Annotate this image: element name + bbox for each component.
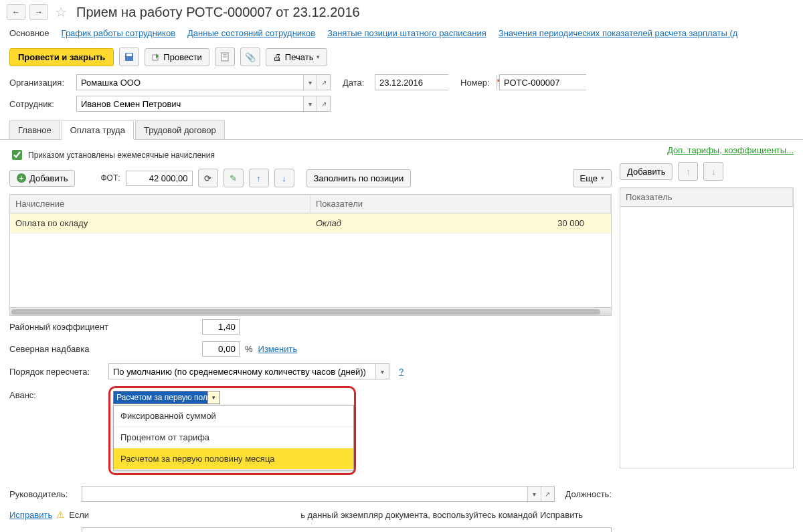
move-up-button[interactable]: ↑ [249,169,269,187]
tab-contract[interactable]: Трудовой договор [135,120,225,140]
warning-icon: ⚠ [56,509,65,520]
avans-option-percent[interactable]: Процентом от тарифа [114,427,353,448]
org-open-button[interactable]: ↗ [317,75,330,90]
grid-col-indicators[interactable]: Показатели [310,195,611,213]
report-button[interactable] [215,48,235,66]
manager-label: Руководитель: [9,489,76,499]
avans-selected: Расчетом за первую поло [114,391,207,404]
add-accrual-button[interactable]: +Добавить [9,170,75,187]
org-dropdown-button[interactable]: ▾ [303,75,317,90]
manager-field[interactable] [82,486,527,501]
nav-back-button[interactable]: ← [7,4,25,20]
position-label: Должность: [565,489,612,499]
nav-forward-button[interactable]: → [29,4,48,20]
fix-link[interactable]: Исправить [9,510,52,520]
avans-option-firsthalf[interactable]: Расчетом за первую половину месяца [114,448,353,470]
manager-dropdown-button[interactable]: ▾ [527,486,541,501]
emp-label: Сотрудник: [9,99,71,109]
favorite-star-icon[interactable]: ☆ [55,4,67,20]
help-link[interactable]: ? [399,367,404,377]
indicators-grid: Показатель [620,187,794,468]
plus-icon: + [17,173,26,183]
svg-rect-1 [126,54,132,56]
navtab-indicators[interactable]: Значения периодических показателей расче… [499,28,738,38]
warning-text-1: Если [69,510,89,520]
navtab-positions[interactable]: Занятые позиции штатного расписания [327,28,486,38]
regional-coef-field[interactable] [202,319,240,335]
print-button[interactable]: 🖨Печать▾ [266,48,328,66]
indicator-up-button[interactable]: ↑ [678,162,698,181]
monthly-accruals-checkbox[interactable] [12,150,22,160]
additional-rates-link[interactable]: Доп. тарифы, коэффициенты... [667,145,794,155]
fot-field[interactable] [126,171,193,186]
fill-by-position-button[interactable]: Заполнить по позиции [306,169,412,187]
cell-accrual: Оплата по окладу [10,213,310,233]
edit-button[interactable]: ✎ [224,169,244,187]
monthly-accruals-label: Приказом установлены ежемесячные начисле… [28,151,215,160]
move-down-button[interactable]: ↓ [274,169,294,187]
save-button[interactable] [119,48,139,66]
avans-dropdown-button[interactable]: ▾ [207,391,219,404]
post-button[interactable]: Провести [145,48,209,66]
org-label: Организация: [9,78,71,88]
recalc-dropdown-button[interactable]: ▾ [375,364,389,379]
avans-dropdown-highlight: Расчетом за первую поло ▾ Фиксированной … [108,386,356,475]
navtab-schedule[interactable]: График работы сотрудников [62,28,175,38]
recalc-field[interactable] [109,364,375,379]
refresh-button[interactable]: ⟳ [198,169,218,187]
tab-main[interactable]: Главное [9,120,60,140]
more-button[interactable]: Еще▾ [573,169,612,187]
emp-open-button[interactable]: ↗ [317,96,330,111]
accruals-grid: Начисление Показатели Оплата по окладу О… [9,194,612,316]
avans-dropdown-list: Фиксированной суммой Процентом от тарифа… [113,405,354,470]
grid-col-indicator[interactable]: Показатель [620,188,793,206]
post-icon [152,53,160,61]
emp-field[interactable] [77,96,303,111]
regional-coef-label: Районный коэффициент [9,322,197,332]
comment-field[interactable] [82,528,611,532]
warning-text-2: ь данный экземпляр документа, воспользуй… [300,510,583,520]
navtab-states[interactable]: Данные состояний сотрудников [187,28,315,38]
avans-option-fixed[interactable]: Фиксированной суммой [114,406,353,427]
num-field[interactable] [500,75,620,90]
grid-col-accrual[interactable]: Начисление [10,195,310,213]
horizontal-scrollbar[interactable] [10,307,611,315]
document-title: Прием на работу РОТС-000007 от 23.12.201… [76,5,360,20]
north-allowance-label: Северная надбавка [9,344,197,354]
fot-label: ФОТ: [100,173,120,183]
table-row[interactable]: Оплата по окладу Оклад 30 000 [10,213,611,234]
date-label: Дата: [343,78,369,88]
cell-indicator-value: 30 000 [461,213,612,233]
tab-pay[interactable]: Оплата труда [62,120,134,140]
north-allowance-field[interactable] [202,341,240,357]
cell-indicator-name: Оклад [310,213,461,233]
printer-icon: 🖨 [273,52,282,62]
percent-sign: % [245,344,253,354]
add-indicator-button[interactable]: Добавить [620,163,673,180]
org-field[interactable] [77,75,303,90]
recalc-label: Порядок пересчета: [9,367,103,377]
emp-dropdown-button[interactable]: ▾ [303,96,317,111]
num-label: Номер: [460,78,494,88]
change-link[interactable]: Изменить [258,344,298,354]
post-and-close-button[interactable]: Провести и закрыть [9,48,114,66]
avans-label: Аванс: [9,386,103,400]
indicator-down-button[interactable]: ↓ [703,162,723,181]
manager-open-button[interactable]: ↗ [541,486,554,501]
attach-button[interactable]: 📎 [240,48,260,66]
avans-field[interactable]: Расчетом за первую поло ▾ [113,391,220,404]
navtab-main[interactable]: Основное [9,28,50,38]
